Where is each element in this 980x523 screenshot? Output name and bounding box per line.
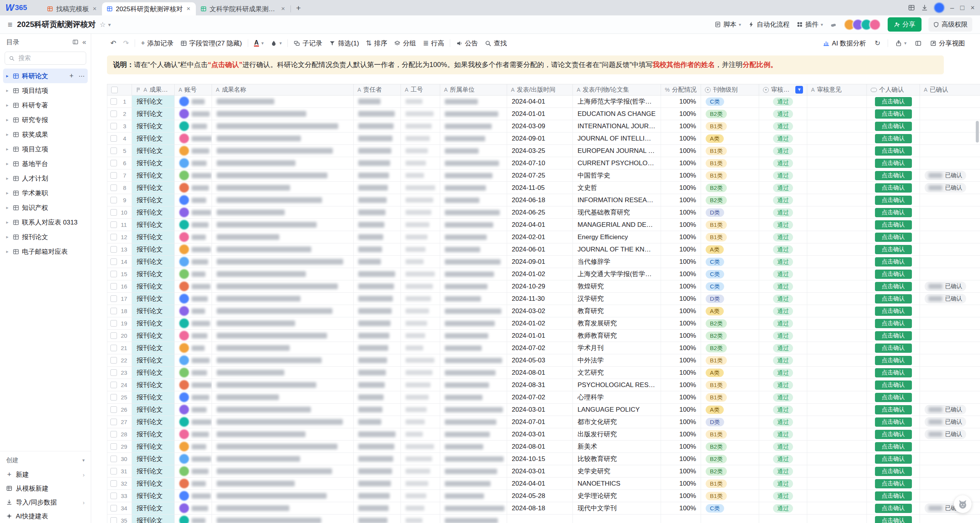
review-result-cell[interactable]: 通过 bbox=[759, 428, 807, 440]
undo-button[interactable]: ↶ bbox=[107, 37, 120, 50]
account-cell[interactable] bbox=[175, 132, 212, 144]
confirm-button[interactable]: 点击确认 bbox=[875, 504, 912, 513]
advanced-permission-button[interactable]: 高级权限 bbox=[928, 17, 972, 32]
unit-cell[interactable] bbox=[440, 169, 507, 181]
review-result-cell[interactable]: 通过 bbox=[759, 219, 807, 231]
allocation-cell[interactable]: 100% bbox=[661, 305, 701, 317]
row-checkbox[interactable] bbox=[110, 271, 117, 277]
review-comment-cell[interactable] bbox=[807, 194, 867, 206]
owner-cell[interactable] bbox=[354, 453, 401, 465]
employee-id-cell[interactable] bbox=[401, 305, 440, 317]
journal-cell[interactable]: NANOETHICS bbox=[573, 478, 661, 489]
publish-date-cell[interactable]: 2024-03-01 bbox=[507, 428, 573, 440]
review-result-cell[interactable]: 通过 bbox=[759, 157, 807, 169]
review-result-cell[interactable]: 通过 bbox=[759, 293, 807, 305]
review-result-cell[interactable]: 通过 bbox=[759, 354, 807, 366]
personal-confirm-cell[interactable]: 点击确认 bbox=[867, 243, 920, 255]
personal-confirm-cell[interactable]: 点击确认 bbox=[867, 96, 920, 107]
confirm-button[interactable]: 点击确认 bbox=[875, 208, 912, 217]
journal-cell[interactable]: 都市文化研究 bbox=[573, 416, 661, 428]
unit-cell[interactable] bbox=[440, 416, 507, 428]
level-cell[interactable]: A类 bbox=[701, 305, 759, 317]
allocation-cell[interactable]: 100% bbox=[661, 280, 701, 292]
review-comment-cell[interactable] bbox=[807, 243, 867, 255]
achievement-name-cell[interactable] bbox=[212, 305, 354, 317]
account-cell[interactable] bbox=[175, 206, 212, 218]
journal-cell[interactable]: 教师教育研究 bbox=[573, 330, 661, 342]
unit-cell[interactable] bbox=[440, 354, 507, 366]
achievement-name-cell[interactable] bbox=[212, 268, 354, 280]
browser-tab-1[interactable]: 找稿完模板× bbox=[42, 2, 102, 15]
publish-date-cell[interactable]: 2024-09-01 bbox=[507, 132, 573, 144]
achievement-name-cell[interactable] bbox=[212, 465, 354, 477]
vertical-scrollbar[interactable] bbox=[976, 84, 979, 521]
personal-confirm-cell[interactable]: 点击确认 bbox=[867, 379, 920, 391]
achievement-type-cell[interactable]: 报刊论文 bbox=[132, 342, 175, 354]
review-result-cell[interactable]: 通过 bbox=[759, 194, 807, 206]
publish-date-cell[interactable]: 2024-01-02 bbox=[507, 268, 573, 280]
account-cell[interactable] bbox=[175, 416, 212, 428]
tab-close-icon[interactable]: × bbox=[280, 5, 286, 13]
publish-date-cell[interactable]: 2024-07-02 bbox=[507, 391, 573, 403]
confirm-button[interactable]: 点击确认 bbox=[875, 454, 912, 464]
review-result-cell[interactable]: 通过 bbox=[759, 404, 807, 416]
level-cell[interactable]: B2类 bbox=[701, 194, 759, 206]
journal-cell[interactable]: 新美术 bbox=[573, 441, 661, 453]
confirm-button[interactable]: 点击确认 bbox=[875, 257, 912, 267]
account-cell[interactable] bbox=[175, 490, 212, 502]
review-comment-cell[interactable] bbox=[807, 157, 867, 169]
employee-id-cell[interactable] bbox=[401, 478, 440, 489]
level-cell[interactable]: C类 bbox=[701, 268, 759, 280]
row-index-cell[interactable]: 8 bbox=[107, 182, 132, 194]
sidebar-item-8[interactable]: ▸人才计划 bbox=[3, 171, 88, 186]
confirm-button[interactable]: 点击确认 bbox=[875, 270, 912, 279]
owner-cell[interactable] bbox=[354, 243, 401, 255]
confirmed-cell[interactable]: 已确认 bbox=[920, 280, 980, 292]
level-cell[interactable]: B2类 bbox=[701, 317, 759, 329]
confirm-button[interactable]: 点击确认 bbox=[875, 442, 912, 451]
level-cell[interactable]: C类 bbox=[701, 502, 759, 514]
automation-button[interactable]: 自动化流程 bbox=[748, 20, 790, 29]
allocation-cell[interactable]: 100% bbox=[661, 391, 701, 403]
achievement-type-cell[interactable]: 报刊论文 bbox=[132, 367, 175, 379]
achievement-type-cell[interactable]: 报刊论文 bbox=[132, 132, 175, 144]
publish-date-cell[interactable]: 2024-05-03 bbox=[507, 354, 573, 366]
add-record-button[interactable]: + 添加记录 bbox=[137, 37, 177, 50]
account-cell[interactable] bbox=[175, 379, 212, 391]
achievement-type-cell[interactable]: 报刊论文 bbox=[132, 515, 175, 523]
row-index-cell[interactable]: 4 bbox=[107, 132, 132, 144]
owner-cell[interactable] bbox=[354, 132, 401, 144]
row-checkbox[interactable] bbox=[110, 456, 117, 462]
level-cell[interactable]: D类 bbox=[701, 416, 759, 428]
confirmed-cell[interactable] bbox=[920, 219, 980, 231]
sidebar-search[interactable] bbox=[5, 52, 86, 65]
row-index-cell[interactable]: 6 bbox=[107, 157, 132, 169]
sidebar-item-1[interactable]: ▸科研论文+⋯ bbox=[3, 69, 88, 83]
review-comment-cell[interactable] bbox=[807, 317, 867, 329]
employee-id-cell[interactable] bbox=[401, 157, 440, 169]
achievement-name-cell[interactable] bbox=[212, 515, 354, 523]
achievement-type-cell[interactable]: 报刊论文 bbox=[132, 96, 175, 107]
level-cell[interactable]: B2类 bbox=[701, 441, 759, 453]
row-checkbox[interactable] bbox=[110, 184, 117, 191]
owner-cell[interactable] bbox=[354, 280, 401, 292]
review-result-cell[interactable]: 通过 bbox=[759, 453, 807, 465]
confirm-button[interactable]: 点击确认 bbox=[875, 393, 912, 402]
confirmed-cell[interactable] bbox=[920, 441, 980, 453]
account-cell[interactable] bbox=[175, 120, 212, 132]
owner-cell[interactable] bbox=[354, 354, 401, 366]
allocation-cell[interactable]: 100% bbox=[661, 293, 701, 305]
row-checkbox[interactable] bbox=[110, 357, 117, 364]
journal-cell[interactable]: 心理科学 bbox=[573, 391, 661, 403]
row-checkbox[interactable] bbox=[110, 221, 117, 228]
account-cell[interactable] bbox=[175, 231, 212, 243]
row-checkbox[interactable] bbox=[110, 172, 117, 179]
review-comment-cell[interactable] bbox=[807, 169, 867, 181]
review-comment-cell[interactable] bbox=[807, 256, 867, 268]
confirm-button[interactable]: 点击确认 bbox=[875, 282, 912, 291]
achievement-type-cell[interactable]: 报刊论文 bbox=[132, 145, 175, 157]
account-cell[interactable] bbox=[175, 367, 212, 379]
review-result-cell[interactable] bbox=[759, 515, 807, 523]
achievement-name-cell[interactable] bbox=[212, 379, 354, 391]
allocation-cell[interactable]: 100% bbox=[661, 194, 701, 206]
